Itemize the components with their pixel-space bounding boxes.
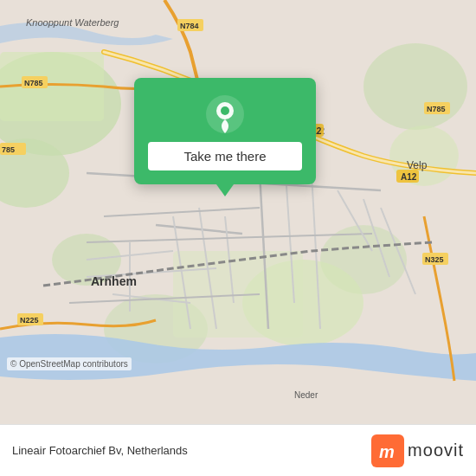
svg-text:N785: N785 [24, 79, 43, 87]
map-container: A12 A12 A12 N784 N785 N785 785 N325 N225 [0, 0, 476, 424]
svg-point-52 [221, 106, 229, 115]
svg-point-5 [363, 43, 467, 130]
osm-credit: © OpenStreetMap contributors [7, 357, 132, 370]
svg-text:A12: A12 [401, 172, 417, 182]
svg-text:Velp: Velp [407, 159, 428, 171]
svg-text:Neder: Neder [294, 390, 318, 400]
moovit-logo: m moovit [371, 434, 464, 467]
business-name: Lineair Fotoarchief Bv, Netherlands [12, 444, 188, 457]
svg-text:Arnhem: Arnhem [91, 274, 137, 288]
bottom-bar: Lineair Fotoarchief Bv, Netherlands m mo… [0, 424, 476, 476]
svg-rect-10 [173, 251, 303, 338]
svg-text:785: 785 [2, 145, 15, 154]
svg-text:Knooppunt Waterberg: Knooppunt Waterberg [26, 17, 119, 28]
moovit-text: moovit [408, 441, 464, 460]
take-me-there-button[interactable]: Take me there [148, 142, 302, 170]
svg-text:N325: N325 [425, 255, 444, 264]
location-pin-icon [206, 95, 244, 133]
svg-text:m: m [379, 442, 395, 461]
svg-text:N785: N785 [427, 105, 446, 113]
popup-card: Take me there [134, 78, 316, 184]
svg-text:N784: N784 [180, 22, 199, 30]
business-info: Lineair Fotoarchief Bv, Netherlands [12, 444, 188, 457]
svg-text:N225: N225 [20, 316, 39, 325]
moovit-m-icon: m [371, 434, 404, 467]
